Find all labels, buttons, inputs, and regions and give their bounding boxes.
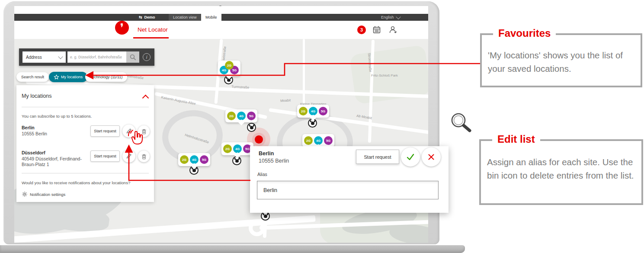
pencil-icon [126, 153, 132, 159]
info-icon[interactable]: i [143, 53, 151, 61]
signal-cluster[interactable]: 2G4G5G [302, 134, 334, 147]
coverage-badge-4g: 4G [190, 155, 199, 164]
panel-title: My locations [22, 93, 51, 99]
coverage-badge-4g: 4G [237, 112, 246, 120]
chevron-down-icon [396, 14, 400, 19]
search-bar: Address i [19, 48, 154, 66]
coverage-badge-5g: 5G [247, 112, 256, 120]
edit-popup: Berlin 10555 Berlin Start request Alias [250, 146, 449, 213]
delete-button[interactable] [138, 151, 150, 162]
filter-pill-my-locations[interactable]: My locations [49, 72, 87, 82]
location-name: Berlin [22, 125, 35, 130]
panel-divider [22, 173, 149, 173]
location-address: 40549 Düsseldorf, Ferdinand-Braun-Platz … [22, 156, 87, 167]
trash-icon [141, 154, 147, 160]
selected-site-dot[interactable] [255, 135, 263, 144]
language-selector[interactable]: English [377, 14, 404, 21]
start-request-button[interactable]: Start request [90, 151, 120, 162]
location-name: Düsseldorf [22, 150, 45, 155]
coverage-badge-4g: 4G [314, 136, 323, 145]
search-input[interactable] [67, 51, 126, 63]
signal-cluster[interactable]: 2G4G5G [221, 142, 253, 155]
start-request-button[interactable]: Start request [90, 125, 120, 137]
magnifier-icon [447, 109, 475, 137]
annotation-title: Edit list [492, 133, 540, 145]
hand-cursor-icon [127, 128, 146, 149]
search-category-select[interactable]: Address [22, 51, 66, 63]
subscribe-note: You can subscribe to up to 5 locations. [22, 114, 92, 118]
signal-cluster[interactable]: 2G4G5G [218, 61, 240, 76]
edit-list-annotation: Edit list Assign an alias for each site.… [479, 139, 643, 205]
gear-icon [22, 191, 28, 197]
coverage-badge-5g: 5G [319, 107, 327, 115]
search-icon [130, 54, 136, 61]
app-title: Net Locator [138, 26, 168, 33]
coverage-badge-5g: 5G [324, 136, 333, 145]
coverage-badge-5g: 5G [200, 155, 208, 164]
calendar-icon[interactable] [372, 26, 381, 34]
annotation-title: Favourites [493, 27, 556, 39]
coverage-badge-2g: 2G [225, 61, 234, 70]
map-road [303, 39, 305, 104]
app-top-bar: ⇆Demo Location view Mobile English [14, 14, 428, 21]
map-label: Moabit [280, 98, 291, 102]
coverage-badge-2g: 2G [223, 144, 232, 153]
swap-arrows-icon: ⇆ [139, 15, 142, 19]
chevron-down-icon [58, 54, 63, 59]
favourites-annotation: Favourites 'My locations' shows you the … [480, 33, 642, 87]
collapse-chevron-icon[interactable] [142, 95, 149, 102]
popup-location-name: Berlin [259, 151, 274, 157]
site-marker-icon[interactable] [261, 211, 270, 221]
x-icon [426, 152, 436, 162]
coverage-badge-2g: 2G [304, 136, 313, 145]
active-title-underline [133, 37, 169, 38]
coverage-badge-2g: 2G [299, 107, 308, 115]
cancel-button[interactable] [422, 147, 441, 167]
notification-question: Would you like to receive notifications … [22, 180, 151, 185]
popup-location-address: 10555 Berlin [259, 158, 289, 164]
location-address: 10555 Berlin [22, 131, 87, 137]
filter-pill-technology[interactable]: Technology (11/11) [85, 72, 127, 82]
star-icon [54, 74, 59, 80]
panel-divider [22, 107, 149, 107]
site-marker-icon[interactable] [247, 123, 256, 132]
coverage-badge-2g: 2G [180, 155, 189, 164]
popup-start-request-button[interactable]: Start request [356, 150, 399, 164]
notification-settings-link[interactable]: Notification settings [22, 191, 65, 197]
alias-input[interactable] [257, 181, 439, 199]
annotation-body: 'My locations' shows you the list of you… [488, 48, 636, 75]
map-label: Fritz-Schloß Park [371, 74, 398, 77]
coverage-badge-2g: 2G [227, 112, 236, 120]
user-icon[interactable] [388, 25, 398, 35]
annotation-body: Assign an alias for each site. Use the b… [487, 155, 637, 182]
tab-mobile[interactable]: Mobile [201, 14, 221, 21]
filter-pill-search-result[interactable]: Search result [16, 72, 49, 82]
signal-cluster[interactable]: 2G4G5G [178, 153, 210, 166]
signal-cluster[interactable]: 2G4G5G [297, 105, 329, 118]
screenshot-canvas: BeusselstraßeTurmstraßeHuttenstraßeKaise… [0, 0, 644, 253]
notification-badge[interactable]: 3 [357, 26, 366, 34]
signal-cluster[interactable]: 2G4G5G [225, 109, 257, 122]
map-roundabout [249, 220, 265, 236]
tab-location-view[interactable]: Location view [169, 14, 201, 21]
coverage-badge-4g: 4G [233, 144, 242, 153]
edit-button[interactable] [122, 150, 135, 163]
vodafone-logo: ❜ [115, 21, 129, 35]
confirm-button[interactable] [401, 147, 420, 167]
laptop-base [0, 245, 465, 253]
demo-switch[interactable]: ⇆Demo [135, 14, 160, 21]
coverage-badge-4g: 4G [309, 107, 317, 115]
check-icon [405, 151, 416, 163]
search-button[interactable] [126, 51, 139, 63]
alias-label: Alias [257, 172, 267, 177]
